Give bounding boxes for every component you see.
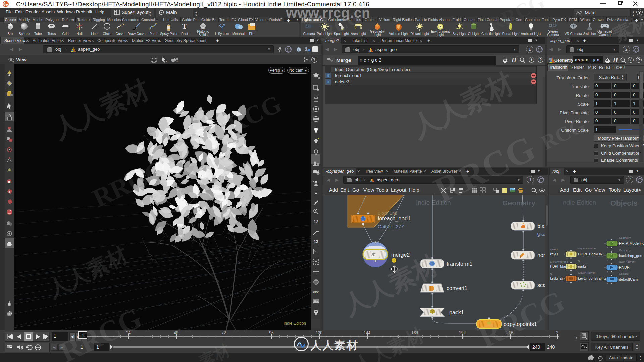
svg-text:RNDR: RNDR: [619, 265, 630, 269]
svg-text:Indie Edition: Indie Edition: [416, 199, 451, 206]
svg-text:Object: Object: [550, 248, 558, 251]
svg-text:12: 12: [314, 219, 318, 224]
svg-text:transform1: transform1: [447, 261, 473, 267]
svg-text:keyLi_constraints: keyLi_constraints: [578, 276, 606, 280]
svg-text:ndie Edition: ndie Edition: [563, 199, 596, 206]
svg-text:merge2: merge2: [391, 252, 410, 258]
svg-text:rimLi: rimLi: [578, 264, 586, 268]
svg-text:scat: scat: [537, 282, 545, 288]
svg-text:keyLi: keyLi: [550, 252, 558, 256]
svg-text:Camera: Camera: [619, 272, 629, 275]
svg-text:Geometry: Geometry: [502, 199, 535, 207]
svg-text:Geometry: Geometry: [619, 236, 631, 239]
svg-text:copytopoints1: copytopoints1: [504, 321, 537, 327]
svg-text:H: H: [613, 57, 619, 64]
svg-text:abc: abc: [313, 290, 319, 294]
svg-text:T: T: [182, 22, 187, 31]
svg-text:@sca: @sca: [536, 232, 545, 237]
svg-text:Sky environme: Sky environme: [550, 260, 568, 263]
svg-text:CHOP Network: CHOP Network: [578, 271, 597, 274]
svg-text:HFTA-Modeling00l-geo: HFTA-Modeling00l-geo: [619, 241, 644, 245]
svg-text:defaultCam: defaultCam: [619, 277, 638, 281]
svg-text:pack1: pack1: [449, 310, 464, 315]
svg-text:Gather : 277: Gather : 277: [378, 224, 404, 229]
svg-text:Objects: Objects: [610, 199, 638, 207]
svg-text:5: 5: [238, 260, 240, 265]
svg-text:N: N: [578, 259, 580, 262]
svg-text:HDRI_BackDR: HDRI_BackDR: [578, 252, 602, 256]
svg-text:H: H: [511, 57, 517, 64]
svg-text:convert1: convert1: [447, 285, 467, 291]
svg-text:!: !: [393, 259, 395, 263]
svg-text:Sky environme: Sky environme: [578, 247, 596, 250]
svg-text:12: 12: [314, 239, 318, 244]
svg-text:5: 5: [295, 278, 297, 283]
svg-text:Geometry: Geometry: [619, 249, 631, 252]
svg-text:Block End: Block End: [378, 210, 397, 216]
svg-text:norm: norm: [537, 252, 545, 258]
svg-text:blast: blast: [537, 223, 545, 229]
svg-text:backdrop_geo: backdrop_geo: [619, 254, 642, 258]
svg-text:keyLi_aim: keyLi_aim: [550, 277, 565, 280]
svg-text:foreach_end1: foreach_end1: [378, 216, 411, 222]
svg-text:HDRI_Main: HDRI_Main: [550, 265, 568, 268]
svg-text:N: N: [550, 272, 552, 275]
svg-text:ROP Network: ROP Network: [619, 260, 636, 263]
